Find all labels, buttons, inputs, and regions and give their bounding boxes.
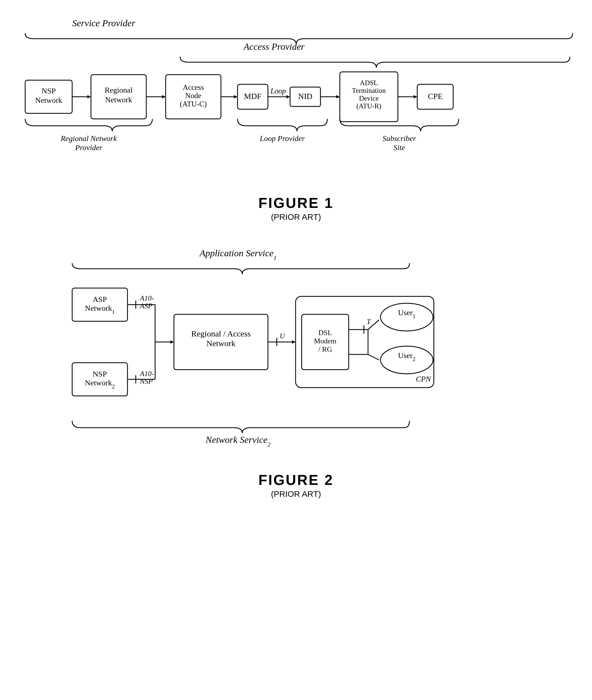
svg-text:CPE: CPE [428,92,442,101]
figure2-container: Application Service1 Network Service2 AS… [16,244,576,499]
svg-marker-56 [170,340,174,344]
figure2-title: FIGURE 2 (PRIOR ART) [16,471,576,499]
svg-text:NSP: NSP [93,369,107,378]
svg-text:Device: Device [359,95,379,102]
access-provider-label: Access Provider [243,42,305,52]
svg-text:(ATU-C): (ATU-C) [180,100,206,108]
svg-text:Provider: Provider [75,143,102,152]
svg-text:Loop: Loop [270,87,286,95]
svg-text:A10-: A10- [139,369,154,378]
app-service-label: Application Service1 [199,248,276,261]
figure2-diagram: Application Service1 Network Service2 AS… [17,244,576,461]
figure2-svg: Application Service1 Network Service2 AS… [17,244,576,459]
svg-text:Node: Node [185,92,201,100]
svg-text:/ RG: / RG [318,345,332,353]
svg-text:T: T [367,318,371,326]
figure1-subtitle-text: (PRIOR ART) [16,212,576,222]
svg-text:ASP: ASP [139,302,152,310]
svg-text:ADSL: ADSL [360,79,378,87]
svg-text:NSP: NSP [42,87,56,95]
figure1-title: FIGURE 1 (PRIOR ART) [16,195,576,222]
svg-text:CPN: CPN [415,374,431,383]
svg-marker-20 [287,95,290,98]
svg-text:NSP: NSP [140,378,153,385]
svg-marker-9 [162,95,166,98]
svg-text:NID: NID [298,92,312,101]
svg-text:ASP: ASP [93,295,107,304]
figure1-svg: Service Provider Access Provider NSP Net… [17,11,576,183]
svg-marker-24 [336,95,340,98]
svg-text:DSL: DSL [318,329,332,337]
network-service-label: Network Service2 [205,435,270,448]
svg-marker-4 [87,95,91,98]
svg-text:Loop Provider: Loop Provider [259,134,305,143]
svg-text:(ATU-R): (ATU-R) [356,102,381,110]
figure1-title-text: FIGURE 1 [16,195,576,211]
svg-point-78 [381,346,433,374]
svg-text:Subscriber: Subscriber [382,134,416,143]
svg-text:Network: Network [35,96,62,104]
svg-text:A10-: A10- [139,294,154,302]
figure1-diagram: Service Provider Access Provider NSP Net… [17,11,576,184]
service-provider-label: Service Provider [72,18,136,28]
svg-text:Regional Network: Regional Network [60,134,117,143]
svg-point-76 [381,303,433,331]
svg-marker-31 [414,95,417,98]
figure1-container: Service Provider Access Provider NSP Net… [16,11,576,222]
svg-text:Network: Network [105,95,132,104]
svg-text:Modem: Modem [314,337,336,345]
svg-text:Access: Access [183,83,203,92]
svg-text:MDF: MDF [244,92,261,101]
svg-text:Network: Network [206,339,235,348]
svg-text:U: U [280,332,285,340]
figure2-title-text: FIGURE 2 [16,471,576,488]
figure2-subtitle-text: (PRIOR ART) [16,489,576,499]
svg-marker-15 [234,95,238,98]
svg-text:Regional / Access: Regional / Access [191,329,250,338]
svg-text:Termination: Termination [352,87,386,94]
svg-text:Site: Site [393,143,405,152]
svg-marker-63 [292,340,296,344]
svg-text:Regional: Regional [104,86,133,94]
